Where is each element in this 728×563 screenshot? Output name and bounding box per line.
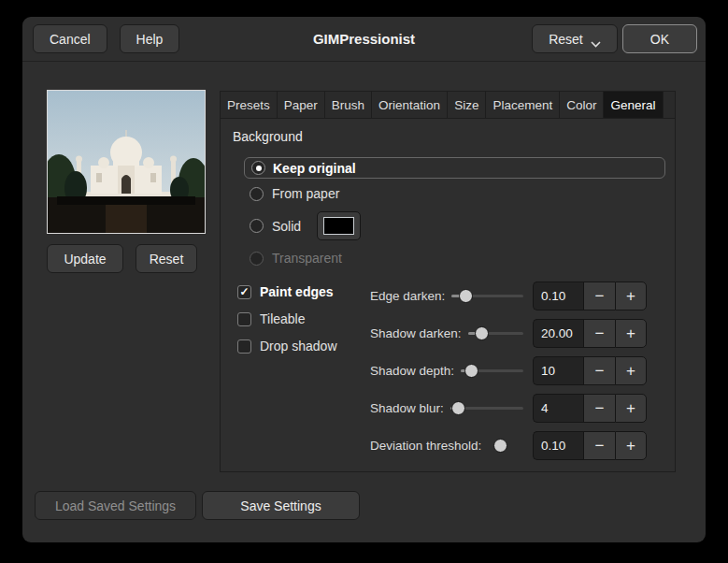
- shadow-darken-slider[interactable]: [466, 319, 525, 348]
- radio-button-icon[interactable]: [250, 187, 264, 201]
- shadow-blur-value[interactable]: 4: [533, 394, 583, 423]
- shadow-depth-slider[interactable]: [459, 356, 525, 385]
- decrement-button[interactable]: −: [583, 282, 615, 310]
- radio-label: Keep original: [273, 161, 356, 176]
- increment-button[interactable]: +: [615, 282, 647, 310]
- slider-knob[interactable]: [475, 326, 489, 340]
- chevron-down-icon: [591, 36, 601, 42]
- edge-darken-slider[interactable]: [450, 282, 525, 310]
- slider-group: Edge darken: 0.10 − + Shadow darken:: [370, 282, 647, 469]
- plus-icon: +: [626, 362, 635, 381]
- shadow-blur-row: Shadow blur: 4 − +: [370, 394, 647, 423]
- help-button[interactable]: Help: [120, 24, 180, 53]
- load-saved-settings-button: Load Saved Settings: [35, 491, 196, 520]
- shadow-depth-label: Shadow depth:: [370, 364, 454, 378]
- deviation-threshold-label: Deviation threshold:: [370, 439, 481, 453]
- checkbox-label: Tileable: [260, 311, 306, 326]
- plus-icon: +: [626, 399, 635, 418]
- increment-button[interactable]: +: [615, 394, 647, 423]
- tab-orientation[interactable]: Orientation: [372, 92, 448, 119]
- checkbox-drop-shadow[interactable]: Drop shadow: [237, 339, 337, 354]
- settings-tabs: Presets Paper Brush Orientation Size Pla…: [220, 91, 676, 119]
- shadow-darken-value[interactable]: 20.00: [533, 319, 583, 348]
- radio-label: Transparent: [272, 251, 342, 266]
- minus-icon: −: [595, 287, 605, 306]
- radio-solid[interactable]: Solid: [250, 211, 361, 240]
- general-panel: Background Keep original From paper Soli…: [220, 118, 676, 472]
- slider-knob[interactable]: [493, 439, 507, 453]
- solid-color-button[interactable]: [317, 211, 361, 240]
- shadow-depth-value[interactable]: 10: [533, 356, 583, 385]
- radio-transparent: Transparent: [250, 251, 342, 266]
- tab-filler: [664, 92, 676, 119]
- reset-menu-button[interactable]: Reset: [532, 24, 618, 53]
- check-icon: ✓: [239, 286, 249, 297]
- shadow-blur-spin: 4 − +: [533, 394, 647, 423]
- increment-button[interactable]: +: [615, 319, 647, 348]
- shadow-depth-row: Shadow depth: 10 − +: [370, 356, 647, 385]
- deviation-threshold-spin: 0.10 − +: [533, 431, 647, 460]
- checkbox-paint-edges[interactable]: ✓ Paint edges: [237, 284, 334, 299]
- increment-button[interactable]: +: [615, 356, 647, 385]
- shadow-depth-spin: 10 − +: [533, 356, 647, 385]
- decrement-button[interactable]: −: [583, 356, 615, 385]
- slider-knob[interactable]: [459, 289, 473, 303]
- plus-icon: +: [626, 287, 635, 306]
- shadow-darken-row: Shadow darken: 20.00 − +: [370, 319, 647, 348]
- increment-button[interactable]: +: [615, 431, 647, 460]
- edge-darken-spin: 0.10 − +: [533, 282, 647, 310]
- slider-knob[interactable]: [451, 401, 465, 415]
- tab-size[interactable]: Size: [448, 92, 486, 119]
- radio-keep-original[interactable]: Keep original: [244, 157, 665, 179]
- checkbox-tileable[interactable]: Tileable: [237, 311, 306, 326]
- decrement-button[interactable]: −: [583, 319, 615, 348]
- shadow-darken-label: Shadow darken:: [370, 326, 462, 340]
- edge-darken-label: Edge darken:: [370, 289, 445, 303]
- shadow-blur-slider[interactable]: [449, 394, 525, 423]
- preview-reset-button[interactable]: Reset: [136, 244, 197, 273]
- edge-darken-row: Edge darken: 0.10 − +: [370, 282, 647, 310]
- plus-icon: +: [626, 437, 635, 455]
- deviation-threshold-value[interactable]: 0.10: [533, 431, 583, 460]
- edge-darken-value[interactable]: 0.10: [533, 282, 583, 310]
- radio-button-icon: [250, 252, 264, 266]
- update-button[interactable]: Update: [47, 244, 123, 273]
- minus-icon: −: [595, 437, 605, 455]
- tab-brush[interactable]: Brush: [325, 92, 372, 119]
- gimpressionist-dialog: Cancel Help GIMPressionist Reset OK: [22, 17, 706, 542]
- deviation-threshold-row: Deviation threshold: 0.10 − +: [370, 431, 647, 460]
- preview-actions: Update Reset: [47, 244, 197, 273]
- checkbox-unchecked-icon[interactable]: [237, 312, 251, 326]
- preview-image: [47, 90, 206, 234]
- tab-color[interactable]: Color: [560, 92, 604, 119]
- tab-placement[interactable]: Placement: [486, 92, 560, 119]
- minus-icon: −: [595, 362, 605, 381]
- shadow-darken-spin: 20.00 − +: [533, 319, 647, 348]
- radio-button-icon[interactable]: [250, 219, 264, 233]
- radio-from-paper[interactable]: From paper: [250, 186, 339, 201]
- background-section-title: Background: [233, 129, 303, 144]
- minus-icon: −: [595, 325, 605, 343]
- slider-knob[interactable]: [464, 364, 478, 378]
- tab-general[interactable]: General: [604, 92, 663, 119]
- taj-mahal-preview: [48, 91, 205, 233]
- save-settings-button[interactable]: Save Settings: [202, 491, 360, 520]
- reset-menu-label: Reset: [549, 32, 583, 47]
- radio-button-icon[interactable]: [251, 161, 265, 175]
- dialog-title: GIMPressionist: [313, 31, 415, 47]
- decrement-button[interactable]: −: [583, 394, 615, 423]
- cancel-button[interactable]: Cancel: [33, 24, 107, 53]
- deviation-threshold-slider[interactable]: [486, 431, 525, 460]
- checkbox-label: Drop shadow: [260, 339, 337, 354]
- ok-button[interactable]: OK: [622, 24, 697, 53]
- minus-icon: −: [595, 399, 605, 418]
- shadow-blur-label: Shadow blur:: [370, 401, 444, 415]
- radio-label: Solid: [272, 219, 301, 234]
- checkbox-unchecked-icon[interactable]: [237, 339, 251, 354]
- tab-presets[interactable]: Presets: [221, 92, 278, 119]
- decrement-button[interactable]: −: [583, 431, 615, 460]
- tab-paper[interactable]: Paper: [278, 92, 325, 119]
- radio-label: From paper: [272, 186, 339, 201]
- checkbox-checked-icon[interactable]: ✓: [237, 285, 251, 299]
- checkbox-label: Paint edges: [260, 284, 334, 299]
